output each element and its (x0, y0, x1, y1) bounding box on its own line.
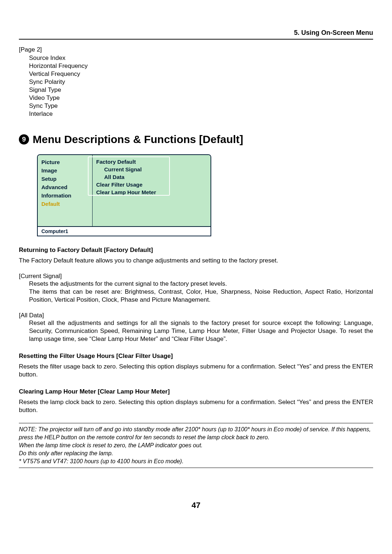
list-item: Source Index (29, 54, 373, 62)
page-number: 47 (19, 501, 373, 510)
subhead-factory-default: Returning to Factory Default [Factory De… (19, 247, 373, 254)
list-item: Interlace (29, 110, 373, 118)
osd-left-panel: Picture Image Setup Advanced Information… (38, 155, 93, 226)
body-text: Resets the lamp clock back to zero. Sele… (19, 398, 373, 414)
osd-option: Clear Lamp Hour Meter (96, 188, 207, 196)
section-header: 5. Using On-Screen Menu (19, 29, 373, 40)
all-data-label: [All Data] (19, 312, 373, 319)
current-signal-body: Resets the adjustments for the current s… (29, 280, 373, 304)
page-2-label: [Page 2] (19, 46, 373, 53)
osd-option: All Data (96, 173, 207, 181)
current-signal-label: [Current Signal] (19, 273, 373, 280)
osd-menu-item: Picture (41, 158, 89, 166)
list-item: Sync Polarity (29, 78, 373, 86)
body-line: The items that can be reset are: Brightn… (29, 288, 373, 303)
list-item: Signal Type (29, 86, 373, 94)
osd-option: Current Signal (96, 166, 207, 173)
list-item: Vertical Frequency (29, 70, 373, 78)
subhead-clear-filter: Resetting the Filter Usage Hours [Clear … (19, 353, 373, 360)
note-box: NOTE: The projector will turn off and go… (19, 423, 373, 468)
main-heading: 9 Menu Descriptions & Functions [Default… (19, 133, 373, 146)
circled-number-icon: 9 (19, 134, 29, 144)
osd-option: Clear Filter Usage (96, 181, 207, 188)
main-heading-text: Menu Descriptions & Functions [Default] (33, 133, 243, 146)
osd-menu-item: Advanced (41, 183, 89, 191)
osd-menu-item: Setup (41, 175, 89, 183)
list-item: Sync Type (29, 102, 373, 110)
list-item: Horizontal Frequency (29, 62, 373, 70)
all-data-body: Reset all the adjustments and settings f… (29, 319, 373, 343)
page-2-list: Source Index Horizontal Frequency Vertic… (29, 54, 373, 118)
body-text: The Factory Default feature allows you t… (19, 257, 373, 265)
note-line: Do this only after replacing the lamp. (19, 449, 373, 457)
osd-menu-screenshot: Picture Image Setup Advanced Information… (37, 154, 211, 236)
note-line: * VT575 and VT47: 3100 hours (up to 4100… (19, 457, 373, 465)
note-line: NOTE: The projector will turn off and go… (19, 425, 373, 441)
body-line: Resets the adjustments for the current s… (29, 280, 227, 287)
osd-menu-item: Information (41, 191, 89, 200)
list-item: Video Type (29, 94, 373, 102)
subhead-clear-lamp: Clearing Lamp Hour Meter [Clear Lamp Hou… (19, 388, 373, 395)
osd-status-bar: Computer1 (38, 226, 211, 236)
osd-menu-item-selected: Default (41, 200, 89, 208)
osd-menu-item: Image (41, 166, 89, 175)
osd-right-panel: Factory Default Current Signal All Data … (93, 155, 211, 226)
body-text: Resets the filter usage back to zero. Se… (19, 363, 373, 379)
note-line: When the lamp time clock is reset to zer… (19, 441, 373, 449)
osd-option: Factory Default (96, 158, 207, 166)
